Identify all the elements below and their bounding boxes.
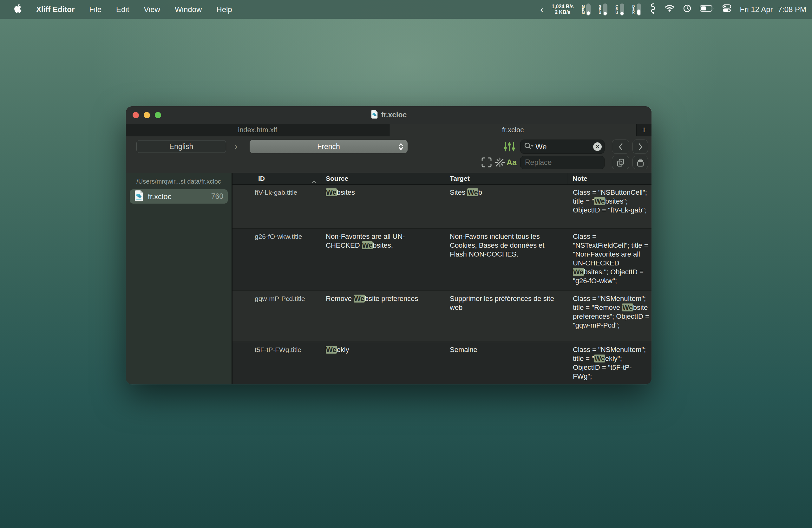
sidebar-item-fr-xcloc[interactable]: fr.xcloc 760 bbox=[130, 189, 228, 204]
cell-text: b bbox=[478, 188, 482, 196]
network-speed-status[interactable]: 1,024 B/s 2 KB/s bbox=[552, 4, 574, 15]
cell-text: Semaine bbox=[450, 346, 477, 354]
replace-input[interactable] bbox=[520, 156, 605, 169]
search-magnifier-icon[interactable] bbox=[524, 142, 534, 151]
table-row[interactable]: g26-fO-wkw.title Non-Favorites are all U… bbox=[232, 228, 652, 291]
new-tab-button[interactable]: + bbox=[636, 124, 652, 136]
column-header-source[interactable]: Source bbox=[321, 173, 445, 184]
menu-app-name[interactable]: Xliff Editor bbox=[36, 5, 74, 14]
toggles-menu-icon[interactable] bbox=[722, 3, 732, 15]
cpu-gauge[interactable]: CPU bbox=[616, 3, 624, 16]
cell-text: Supprimer les préférences de site web bbox=[450, 295, 554, 311]
clock-date: Fri 12 Apr bbox=[740, 5, 773, 14]
zoom-window-button[interactable] bbox=[155, 112, 161, 118]
window-main: /Users/mrqwir...st data/fr.xcloc fr.xclo… bbox=[126, 173, 652, 384]
table-row[interactable]: gqw-mP-Pcd.title Remove Website preferen… bbox=[232, 291, 652, 341]
squiggle-menu-icon[interactable] bbox=[649, 3, 656, 16]
desktop: Xliff Editor File Edit View Window Help … bbox=[0, 0, 812, 528]
target-language-value: French bbox=[317, 142, 340, 151]
cell-id: g26-fO-wkw.title bbox=[232, 229, 321, 291]
cell-note: Class = "NSMenuItem"; title = "Weekly"; … bbox=[568, 342, 652, 384]
column-header-note[interactable]: Note bbox=[568, 173, 652, 184]
copy-button[interactable] bbox=[612, 156, 629, 169]
cell-target[interactable]: Non-Favoris incluent tous les Cookies, B… bbox=[445, 229, 568, 291]
next-match-button[interactable] bbox=[633, 140, 648, 154]
cell-id: t5F-tP-FWg.title bbox=[232, 342, 321, 384]
cell-text: Non-Favoris incluent tous les Cookies, B… bbox=[450, 232, 544, 258]
cpu-gauge-pill bbox=[620, 3, 624, 16]
cell-target[interactable]: Supprimer les préférences de site web bbox=[445, 291, 568, 341]
cell-source[interactable]: Websites bbox=[321, 185, 445, 228]
cell-text: bsite preferences bbox=[365, 295, 418, 303]
wifi-icon[interactable] bbox=[665, 4, 675, 15]
target-language-popup[interactable]: French bbox=[250, 140, 408, 153]
search-filter-button[interactable] bbox=[503, 141, 516, 152]
battery-icon[interactable] bbox=[700, 5, 714, 14]
sidebar: /Users/mrqwir...st data/fr.xcloc fr.xclo… bbox=[126, 173, 232, 384]
tab-index-htm-xlf[interactable]: index.htm.xlf bbox=[126, 124, 390, 136]
cell-id: ftV-Lk-gab.title bbox=[232, 185, 321, 228]
sort-ascending-icon bbox=[311, 178, 317, 186]
selection-scope-button[interactable] bbox=[480, 157, 493, 168]
disk-gauge-pill bbox=[637, 3, 641, 16]
search-match-highlight: We bbox=[467, 188, 478, 196]
window-title: fr.xcloc bbox=[381, 111, 407, 119]
toolbar: English › French We × bbox=[126, 136, 652, 173]
menu-item-edit[interactable]: Edit bbox=[116, 5, 129, 14]
translation-table: ID Source Target Note ftV-Lk-gab.title W… bbox=[232, 173, 652, 384]
tab-fr-xcloc[interactable]: fr.xcloc bbox=[390, 124, 636, 136]
memory-gauge-label: MEM bbox=[582, 5, 585, 14]
menu-item-window[interactable]: Window bbox=[175, 5, 202, 14]
window-controls bbox=[126, 112, 161, 118]
clock-time: 7:08 PM bbox=[778, 5, 806, 14]
popup-stepper-icon bbox=[398, 142, 404, 153]
menubar-expand-chevron-icon[interactable]: ‹ bbox=[540, 5, 543, 14]
clear-search-button[interactable]: × bbox=[593, 142, 602, 151]
column-header-id[interactable]: ID bbox=[236, 173, 321, 184]
cell-text: bsites bbox=[337, 188, 355, 196]
menubar-clock[interactable]: Fri 12 Apr 7:08 PM bbox=[740, 5, 806, 14]
menu-item-help[interactable]: Help bbox=[216, 5, 232, 14]
xliff-editor-window: fr.xcloc index.htm.xlf fr.xcloc + Englis… bbox=[126, 106, 652, 384]
cpu-gauge-label: CPU bbox=[616, 5, 619, 14]
cell-note: Class = "NSButtonCell"; title = "Website… bbox=[568, 185, 652, 228]
search-input[interactable]: We × bbox=[520, 140, 605, 154]
cell-text: Class = "NSTextFieldCell"; title = "Non-… bbox=[573, 232, 648, 267]
window-titlebar[interactable]: fr.xcloc bbox=[126, 106, 652, 124]
cell-target[interactable]: Sites Web bbox=[445, 185, 568, 228]
table-row[interactable]: t5F-tP-FWg.title Weekly Semaine Class = … bbox=[232, 341, 652, 384]
match-case-toggle[interactable]: Aa bbox=[507, 157, 517, 168]
time-machine-icon[interactable] bbox=[683, 4, 692, 15]
cell-target[interactable]: Semaine bbox=[445, 342, 568, 384]
table-row[interactable]: ftV-Lk-gab.title Websites Sites Web Clas… bbox=[232, 185, 652, 228]
network-down-speed: 2 KB/s bbox=[555, 10, 571, 15]
search-match-highlight: We bbox=[573, 268, 584, 276]
table-header: ID Source Target Note bbox=[232, 173, 652, 185]
xcloc-file-icon bbox=[134, 190, 144, 203]
cell-note: Class = "NSMenuItem"; title = "Remove We… bbox=[568, 291, 652, 341]
menu-item-view[interactable]: View bbox=[144, 5, 160, 14]
cell-source[interactable]: Weekly bbox=[321, 342, 445, 384]
minimize-window-button[interactable] bbox=[144, 112, 150, 118]
disk-gauge[interactable]: DSK bbox=[633, 3, 641, 16]
gpu-gauge-label: GPU bbox=[599, 5, 602, 14]
memory-gauge-pill bbox=[586, 3, 591, 16]
apple-menu-icon[interactable] bbox=[14, 4, 21, 15]
previous-match-button[interactable] bbox=[612, 140, 629, 154]
search-match-highlight: We bbox=[594, 354, 605, 363]
column-header-id-label: ID bbox=[258, 175, 265, 182]
table-body: ftV-Lk-gab.title Websites Sites Web Clas… bbox=[232, 185, 652, 384]
source-language-button[interactable]: English bbox=[136, 140, 226, 153]
menu-item-file[interactable]: File bbox=[89, 5, 102, 14]
cell-source[interactable]: Remove Website preferences bbox=[321, 291, 445, 341]
gpu-gauge[interactable]: GPU bbox=[599, 3, 607, 16]
close-window-button[interactable] bbox=[133, 112, 139, 118]
language-direction-chevron-icon: › bbox=[232, 140, 240, 153]
regex-wand-button[interactable] bbox=[494, 157, 506, 168]
column-header-target[interactable]: Target bbox=[445, 173, 568, 184]
cell-source[interactable]: Non-Favorites are all UN-CHECKED Website… bbox=[321, 229, 445, 291]
paste-button[interactable] bbox=[633, 156, 648, 169]
memory-gauge[interactable]: MEM bbox=[582, 3, 591, 16]
cell-text: bsites. bbox=[373, 241, 393, 249]
network-up-speed: 1,024 B/s bbox=[552, 4, 574, 9]
